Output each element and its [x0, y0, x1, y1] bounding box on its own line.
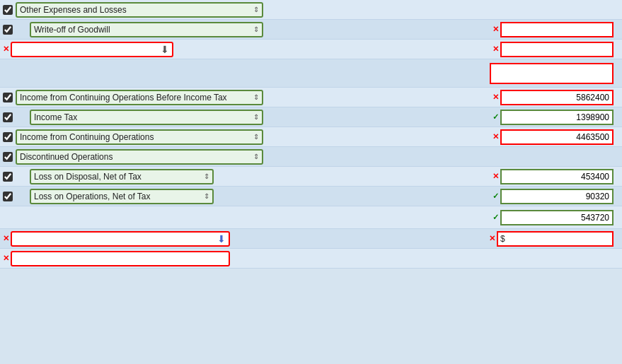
income-before-tax-left: Income from Continuing Operations Before… [3, 90, 275, 105]
discontinued-row: Discontinued Operations ⇕ [0, 147, 622, 167]
blank-x3: ✕ [3, 254, 9, 263]
write-off-x: ✕ [493, 25, 499, 34]
write-off-right: ✕ [275, 22, 619, 37]
income-tax-arrow: ⇕ [253, 113, 259, 121]
loss-disposal-arrow: ⇕ [204, 172, 209, 180]
income-tax-right: ✓ [275, 110, 619, 125]
right-only-input1[interactable] [490, 63, 614, 84]
loss-disposal-checkbox[interactable] [3, 172, 13, 182]
blank-dropdown1[interactable]: ⬇ [11, 42, 173, 57]
loss-disposal-right: ✕ [275, 169, 619, 184]
income-tax-row: Income Tax ⇕ ✓ [0, 107, 622, 127]
blank-arrow2: ⬇ [217, 233, 226, 245]
subtotal-right: ✓ [275, 210, 619, 225]
income-tax-input[interactable] [500, 110, 614, 125]
income-tax-check: ✓ [493, 112, 499, 122]
discontinued-label: Discontinued Operations [20, 152, 113, 162]
blank-right1: ✕ [275, 42, 619, 57]
other-expenses-label: Other Expenses and Losses [20, 5, 127, 15]
loss-disposal-left: Loss on Disposal, Net of Tax ⇕ [3, 169, 275, 184]
income-before-tax-right: ✕ [275, 90, 619, 105]
subtotal-discontinued-row: ✓ [0, 206, 622, 229]
blank-dropdown-row3: ✕ [0, 249, 622, 269]
discontinued-left: Discontinued Operations ⇕ [3, 149, 275, 165]
income-continuing-row: Income from Continuing Operations ⇕ ✕ [0, 127, 622, 147]
income-continuing-right: ✕ [275, 129, 619, 145]
write-off-row: Write-off of Goodwill ⇕ ✕ [0, 20, 622, 40]
income-before-tax-checkbox[interactable] [3, 93, 13, 102]
blank-x2-right: ✕ [489, 234, 495, 243]
loss-operations-checkbox[interactable] [3, 192, 13, 201]
loss-disposal-input[interactable] [500, 169, 614, 184]
loss-disposal-label: Loss on Disposal, Net of Tax [34, 172, 142, 182]
right-only-row1 [0, 59, 622, 88]
write-off-left: Write-off of Goodwill ⇕ [3, 22, 275, 37]
blank-dollar-input[interactable]: $ [497, 231, 614, 247]
blank-x1-right: ✕ [493, 45, 499, 54]
write-off-arrow: ⇕ [253, 25, 259, 33]
income-continuing-dropdown[interactable]: Income from Continuing Operations ⇕ [16, 129, 263, 145]
blank-left1: ✕ ⬇ [3, 42, 275, 57]
write-off-dropdown[interactable]: Write-off of Goodwill ⇕ [30, 22, 263, 37]
subtotal-input[interactable] [500, 210, 614, 225]
income-continuing-checkbox[interactable] [3, 132, 13, 142]
income-tax-dropdown[interactable]: Income Tax ⇕ [30, 110, 263, 125]
discontinued-checkbox[interactable] [3, 152, 13, 162]
loss-disposal-row: Loss on Disposal, Net of Tax ⇕ ✕ [0, 167, 622, 187]
right-only-right1 [275, 63, 619, 84]
blank-left3: ✕ [3, 251, 275, 266]
loss-disposal-dropdown[interactable]: Loss on Disposal, Net of Tax ⇕ [30, 169, 214, 184]
income-tax-label: Income Tax [34, 112, 77, 122]
subtotal-check: ✓ [493, 213, 499, 222]
dollar-sign: $ [498, 234, 505, 244]
loss-disposal-x: ✕ [493, 172, 499, 181]
loss-operations-check: ✓ [493, 192, 499, 201]
write-off-checkbox[interactable] [3, 25, 13, 35]
blank-dropdown-row2: ✕ ⬇ ✕ $ [0, 229, 622, 249]
blank-right2: ✕ $ [275, 231, 619, 247]
income-tax-checkbox[interactable] [3, 112, 13, 122]
blank-left2: ✕ ⬇ [3, 231, 275, 247]
loss-operations-right: ✓ [275, 189, 619, 204]
income-before-tax-arrow: ⇕ [253, 93, 259, 101]
income-before-tax-dropdown[interactable]: Income from Continuing Operations Before… [16, 90, 263, 105]
discontinued-dropdown[interactable]: Discontinued Operations ⇕ [16, 149, 263, 165]
income-before-tax-x: ✕ [493, 93, 499, 102]
other-expenses-left: Other Expenses and Losses ⇕ [3, 2, 275, 18]
income-before-tax-row: Income from Continuing Operations Before… [0, 88, 622, 107]
income-continuing-x: ✕ [493, 132, 499, 141]
other-expenses-dropdown[interactable]: Other Expenses and Losses ⇕ [16, 2, 263, 18]
other-expenses-arrow: ⇕ [253, 6, 259, 13]
income-continuing-arrow: ⇕ [253, 133, 259, 141]
other-expenses-checkbox[interactable] [3, 5, 13, 15]
income-before-tax-label: Income from Continuing Operations Before… [20, 93, 227, 102]
blank-dropdown-row1: ✕ ⬇ ✕ [0, 40, 622, 59]
discontinued-arrow: ⇕ [253, 153, 259, 160]
other-expenses-row: Other Expenses and Losses ⇕ [0, 0, 622, 20]
income-continuing-input[interactable] [500, 129, 614, 145]
loss-operations-left: Loss on Operations, Net of Tax ⇕ [3, 189, 275, 204]
blank-x2: ✕ [3, 234, 9, 243]
blank-x1: ✕ [3, 45, 9, 54]
loss-operations-arrow: ⇕ [204, 192, 209, 200]
blank-dropdown2[interactable]: ⬇ [11, 231, 230, 247]
blank-input2[interactable] [505, 234, 612, 244]
blank-input1[interactable] [500, 42, 614, 57]
write-off-label: Write-off of Goodwill [34, 25, 110, 35]
blank-arrow1: ⬇ [161, 44, 169, 55]
income-before-tax-input[interactable] [500, 90, 614, 105]
blank-dropdown3[interactable] [11, 251, 230, 266]
loss-operations-input[interactable] [500, 189, 614, 204]
write-off-input[interactable] [500, 22, 614, 37]
income-tax-left: Income Tax ⇕ [3, 110, 275, 125]
loss-operations-dropdown[interactable]: Loss on Operations, Net of Tax ⇕ [30, 189, 214, 204]
income-continuing-label: Income from Continuing Operations [20, 132, 154, 142]
income-continuing-left: Income from Continuing Operations ⇕ [3, 129, 275, 145]
loss-operations-label: Loss on Operations, Net of Tax [34, 192, 151, 201]
loss-operations-row: Loss on Operations, Net of Tax ⇕ ✓ [0, 187, 622, 206]
